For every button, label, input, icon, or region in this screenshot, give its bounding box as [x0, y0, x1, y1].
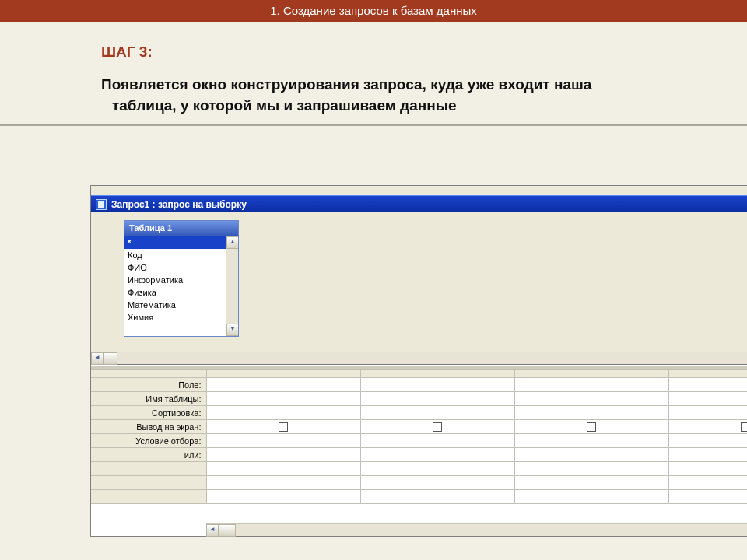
grid-cell[interactable] — [360, 434, 514, 448]
field-row[interactable]: Химия — [124, 311, 238, 324]
grid-label-show: Вывод на экран: — [91, 420, 206, 434]
grid-label-sort: Сортировка: — [91, 406, 206, 420]
grid-cell[interactable] — [514, 448, 668, 462]
grid-label-blank — [91, 462, 206, 476]
grid-cell[interactable] — [206, 476, 360, 490]
design-grid-pane: Поле: Имя таблицы: Сортировка: — [91, 369, 747, 536]
scroll-left-button[interactable]: ◄ — [206, 524, 219, 537]
grid-cell[interactable] — [360, 462, 514, 476]
caption-spacer — [91, 186, 747, 195]
grid-cell[interactable] — [668, 434, 747, 448]
grid-cell-show[interactable] — [668, 420, 747, 434]
scroll-up-button[interactable]: ▲ — [226, 236, 238, 249]
grid-cell[interactable] — [668, 378, 747, 392]
checkbox-icon[interactable] — [433, 422, 442, 432]
grid-cell[interactable] — [360, 490, 514, 504]
grid-hscroll[interactable]: ◄ — [206, 523, 747, 536]
table-box[interactable]: Таблица 1 * Код ФИО Информатика Физика М… — [124, 220, 239, 337]
field-row[interactable]: Информатика — [124, 274, 238, 286]
design-grid[interactable]: Поле: Имя таблицы: Сортировка: — [91, 369, 747, 504]
grid-cell[interactable] — [514, 406, 668, 420]
checkbox-icon[interactable] — [741, 422, 747, 432]
grid-cell[interactable] — [206, 392, 360, 406]
grid-cell[interactable] — [360, 392, 514, 406]
window-title-bar[interactable]: Запрос1 : запрос на выборку — [91, 195, 747, 212]
diagram-pane[interactable]: Таблица 1 * Код ФИО Информатика Физика М… — [91, 212, 747, 365]
grid-cell[interactable] — [668, 490, 747, 504]
grid-cell-show[interactable] — [514, 420, 668, 434]
field-row-star[interactable]: * — [124, 236, 238, 249]
grid-label-blank — [91, 490, 206, 504]
grid-cell[interactable] — [668, 392, 747, 406]
checkbox-icon[interactable] — [587, 422, 596, 432]
separator-line — [0, 124, 747, 126]
checkbox-icon[interactable] — [279, 422, 288, 432]
grid-cell[interactable] — [514, 378, 668, 392]
grid-cell[interactable] — [206, 462, 360, 476]
grid-cell-show[interactable] — [206, 420, 360, 434]
field-list-vscroll[interactable]: ▲ ▼ — [226, 236, 238, 336]
grid-cell[interactable] — [514, 476, 668, 490]
grid-cell[interactable] — [360, 448, 514, 462]
column-selector[interactable] — [206, 370, 360, 378]
grid-label-blank — [91, 476, 206, 490]
grid-cell[interactable] — [514, 392, 668, 406]
field-list[interactable]: * Код ФИО Информатика Физика Математика … — [124, 236, 238, 336]
grid-cell[interactable] — [360, 476, 514, 490]
grid-cell[interactable] — [514, 490, 668, 504]
grid-cell[interactable] — [668, 448, 747, 462]
slide-header: 1. Создание запросов к базам данных — [0, 0, 747, 22]
grid-cell[interactable] — [206, 490, 360, 504]
grid-label-table: Имя таблицы: — [91, 392, 206, 406]
field-row[interactable]: ФИО — [124, 261, 238, 274]
grid-cell[interactable] — [206, 448, 360, 462]
field-row[interactable]: Физика — [124, 286, 238, 299]
grid-label-or: или: — [91, 448, 206, 462]
grid-cell[interactable] — [668, 462, 747, 476]
scroll-down-button[interactable]: ▼ — [226, 324, 238, 336]
column-selector[interactable] — [514, 370, 668, 378]
grid-corner — [91, 370, 206, 378]
window-icon — [96, 199, 107, 210]
grid-cell[interactable] — [206, 378, 360, 392]
grid-cell[interactable] — [668, 406, 747, 420]
grid-cell[interactable] — [206, 434, 360, 448]
step-body: Появляется окно конструирования запроса,… — [101, 75, 607, 116]
access-window: Запрос1 : запрос на выборку Таблица 1 * … — [90, 185, 747, 537]
column-selector[interactable] — [360, 370, 514, 378]
grid-cell[interactable] — [514, 434, 668, 448]
grid-label-field: Поле: — [91, 378, 206, 392]
grid-cell[interactable] — [360, 378, 514, 392]
window-title-text: Запрос1 : запрос на выборку — [111, 199, 247, 210]
grid-cell[interactable] — [514, 462, 668, 476]
column-selector[interactable] — [668, 370, 747, 378]
grid-cell[interactable] — [668, 476, 747, 490]
field-row[interactable]: Математика — [124, 299, 238, 311]
grid-cell-show[interactable] — [360, 420, 514, 434]
grid-cell[interactable] — [206, 406, 360, 420]
step-heading: ШАГ 3: — [101, 44, 716, 61]
field-row[interactable]: Код — [124, 249, 238, 261]
table-box-title[interactable]: Таблица 1 — [124, 221, 238, 236]
diagram-hscroll[interactable]: ◄ — [91, 352, 747, 364]
grid-cell[interactable] — [360, 406, 514, 420]
grid-label-criteria: Условие отбора: — [91, 434, 206, 448]
scroll-left-button[interactable]: ◄ — [91, 352, 103, 365]
scroll-thumb[interactable] — [103, 352, 117, 365]
scroll-thumb[interactable] — [219, 524, 236, 537]
